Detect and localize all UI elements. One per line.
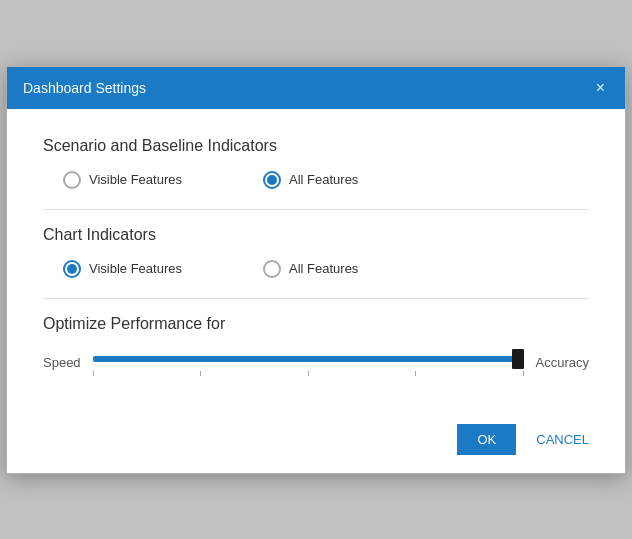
cancel-button[interactable]: CANCEL — [524, 424, 601, 455]
scenario-radio-group: Visible Features All Features — [43, 171, 589, 189]
tick-2 — [200, 371, 201, 376]
dialog-footer: OK CANCEL — [7, 412, 625, 473]
chart-section: Chart Indicators Visible Features All Fe… — [43, 226, 589, 278]
chart-radio-group: Visible Features All Features — [43, 260, 589, 278]
slider-thumb[interactable] — [512, 349, 524, 369]
dialog-body: Scenario and Baseline Indicators Visible… — [7, 109, 625, 412]
scenario-all-features-label: All Features — [289, 172, 358, 187]
chart-all-features-option[interactable]: All Features — [263, 260, 463, 278]
tick-3 — [308, 371, 309, 376]
chart-visible-features-label: Visible Features — [89, 261, 182, 276]
scenario-all-features-radio[interactable] — [263, 171, 281, 189]
chart-visible-features-radio[interactable] — [63, 260, 81, 278]
performance-section-title: Optimize Performance for — [43, 315, 589, 333]
chart-all-features-label: All Features — [289, 261, 358, 276]
chart-visible-features-option[interactable]: Visible Features — [63, 260, 263, 278]
scenario-section-title: Scenario and Baseline Indicators — [43, 137, 589, 155]
speed-label: Speed — [43, 355, 81, 370]
dialog-title: Dashboard Settings — [23, 80, 146, 96]
performance-section: Optimize Performance for Speed — [43, 315, 589, 376]
chart-all-features-radio[interactable] — [263, 260, 281, 278]
slider-track — [93, 356, 524, 362]
scenario-visible-features-radio[interactable] — [63, 171, 81, 189]
slider-track-container[interactable] — [93, 349, 524, 369]
tick-5 — [523, 371, 524, 376]
chart-section-title: Chart Indicators — [43, 226, 589, 244]
divider-2 — [43, 298, 589, 299]
slider-ticks — [93, 369, 524, 376]
dashboard-settings-dialog: Dashboard Settings × Scenario and Baseli… — [6, 66, 626, 474]
dialog-header: Dashboard Settings × — [7, 67, 625, 109]
scenario-section: Scenario and Baseline Indicators Visible… — [43, 137, 589, 189]
scenario-visible-features-option[interactable]: Visible Features — [63, 171, 263, 189]
slider-wrapper — [93, 349, 524, 376]
accuracy-label: Accuracy — [536, 355, 589, 370]
ok-button[interactable]: OK — [457, 424, 516, 455]
divider-1 — [43, 209, 589, 210]
slider-row: Speed Accuracy — [43, 349, 589, 376]
tick-4 — [415, 371, 416, 376]
close-button[interactable]: × — [592, 78, 609, 98]
tick-1 — [93, 371, 94, 376]
scenario-all-features-option[interactable]: All Features — [263, 171, 463, 189]
scenario-visible-features-label: Visible Features — [89, 172, 182, 187]
